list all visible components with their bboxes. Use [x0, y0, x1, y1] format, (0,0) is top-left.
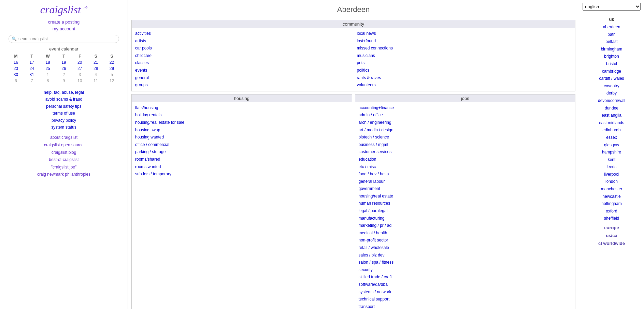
calendar-day[interactable]: 21: [88, 59, 104, 65]
search-input[interactable]: [18, 36, 116, 41]
calendar-day[interactable]: 10: [72, 78, 88, 84]
list-item[interactable]: musicians: [357, 52, 572, 60]
uk-city-link[interactable]: east midlands: [583, 119, 641, 127]
calendar-day[interactable]: 22: [104, 59, 120, 65]
list-item[interactable]: sales / biz dev: [359, 252, 572, 259]
sidebar-about-link[interactable]: "craigslist joe": [8, 164, 120, 171]
calendar-day[interactable]: 9: [56, 78, 72, 84]
list-item[interactable]: transport: [359, 303, 572, 309]
list-item[interactable]: volunteers: [357, 82, 572, 89]
uk-city-link[interactable]: devon/cornwall: [583, 97, 641, 105]
sidebar-about-link[interactable]: best-of-craigslist: [8, 156, 120, 164]
uk-city-link[interactable]: essex: [583, 134, 641, 142]
sidebar-link[interactable]: help, faq, abuse, legal: [8, 89, 120, 96]
list-item[interactable]: biotech / science: [359, 134, 572, 141]
list-item[interactable]: accounting+finance: [359, 104, 572, 112]
list-item[interactable]: software/qa/dba: [359, 281, 572, 289]
calendar-day[interactable]: 16: [8, 59, 24, 65]
calendar-day[interactable]: 7: [24, 78, 40, 84]
uk-city-link[interactable]: dundee: [583, 105, 641, 112]
calendar-day[interactable]: 4: [88, 72, 104, 78]
list-item[interactable]: business / mgmt: [359, 141, 572, 149]
calendar-day[interactable]: 25: [40, 65, 56, 72]
list-item[interactable]: pets: [357, 59, 572, 67]
list-item[interactable]: etc / misc: [359, 163, 572, 171]
list-item[interactable]: politics: [357, 67, 572, 74]
list-item[interactable]: rants & raves: [357, 74, 572, 82]
sidebar-link[interactable]: system status: [8, 124, 120, 131]
list-item[interactable]: non-profit sector: [359, 237, 572, 244]
uk-city-link[interactable]: bristol: [583, 60, 641, 68]
list-item[interactable]: food / bev / hosp: [359, 171, 572, 178]
calendar-day[interactable]: 5: [104, 72, 120, 78]
sidebar-about-link[interactable]: craigslist open source: [8, 142, 120, 149]
uk-city-link[interactable]: glasgow: [583, 142, 641, 149]
list-item[interactable]: groups: [135, 82, 350, 89]
uk-city-link[interactable]: nottingham: [583, 200, 641, 208]
list-item[interactable]: technical support: [359, 296, 572, 303]
uk-city-link[interactable]: belfast: [583, 38, 641, 46]
calendar-day[interactable]: 27: [72, 65, 88, 72]
uk-city-link[interactable]: birmingham: [583, 46, 641, 53]
calendar-day[interactable]: 1: [40, 72, 56, 78]
sidebar-link[interactable]: privacy policy: [8, 117, 120, 124]
my-account-anchor[interactable]: my account: [53, 26, 75, 31]
my-account-link[interactable]: my account: [5, 26, 123, 31]
list-item[interactable]: artists: [135, 38, 350, 45]
uk-city-link[interactable]: bath: [583, 31, 641, 39]
list-item[interactable]: housing/real estate for sale: [135, 119, 348, 127]
sidebar-link[interactable]: terms of use: [8, 110, 120, 117]
list-item[interactable]: housing swap: [135, 127, 348, 134]
uk-city-link[interactable]: kent: [583, 156, 641, 164]
list-item[interactable]: education: [359, 156, 572, 163]
uk-city-link[interactable]: derby: [583, 90, 641, 97]
list-item[interactable]: art / media / design: [359, 127, 572, 134]
list-item[interactable]: legal / paralegal: [359, 207, 572, 215]
list-item[interactable]: medical / health: [359, 230, 572, 237]
list-item[interactable]: salon / spa / fitness: [359, 259, 572, 266]
search-box[interactable]: 🔍: [9, 35, 119, 43]
list-item[interactable]: childcare: [135, 52, 350, 60]
uk-city-link[interactable]: leeds: [583, 163, 641, 171]
calendar-day[interactable]: 11: [88, 78, 104, 84]
sidebar-link[interactable]: personal safety tips: [8, 103, 120, 110]
list-item[interactable]: housing/real estate: [359, 193, 572, 200]
calendar-day[interactable]: 26: [56, 65, 72, 72]
list-item[interactable]: general labour: [359, 178, 572, 186]
calendar-day[interactable]: 23: [8, 65, 24, 72]
uk-city-link[interactable]: edinburgh: [583, 127, 641, 134]
list-item[interactable]: admin / office: [359, 112, 572, 119]
list-item[interactable]: lost+found: [357, 38, 572, 45]
uk-city-link[interactable]: newcastle: [583, 193, 641, 201]
sidebar-link[interactable]: avoid scams & fraud: [8, 96, 120, 103]
list-item[interactable]: manufacturing: [359, 215, 572, 222]
list-item[interactable]: retail / wholesale: [359, 244, 572, 252]
list-item[interactable]: holiday rentals: [135, 112, 348, 119]
uk-city-link[interactable]: brighton: [583, 53, 641, 60]
list-item[interactable]: activities: [135, 30, 350, 38]
list-item[interactable]: local news: [357, 30, 572, 38]
list-item[interactable]: missed connections: [357, 45, 572, 52]
list-item[interactable]: human resources: [359, 200, 572, 207]
uk-city-link[interactable]: london: [583, 178, 641, 186]
list-item[interactable]: government: [359, 185, 572, 193]
list-item[interactable]: car pools: [135, 45, 350, 52]
calendar-day[interactable]: 8: [40, 78, 56, 84]
europe-header[interactable]: europe: [583, 225, 641, 230]
uk-city-link[interactable]: coventry: [583, 83, 641, 90]
clworldwide-header[interactable]: cl worldwide: [583, 241, 641, 246]
calendar-day[interactable]: 18: [40, 59, 56, 65]
list-item[interactable]: classes: [135, 59, 350, 67]
uk-city-link[interactable]: hampshire: [583, 149, 641, 156]
calendar-day[interactable]: 2: [56, 72, 72, 78]
list-item[interactable]: arch / engineering: [359, 119, 572, 127]
sidebar-about-link[interactable]: craigslist blog: [8, 149, 120, 157]
calendar-day[interactable]: 28: [88, 65, 104, 72]
uk-city-link[interactable]: liverpool: [583, 171, 641, 178]
list-item[interactable]: flats/housing: [135, 104, 348, 112]
calendar-day[interactable]: 17: [24, 59, 40, 65]
uk-city-link[interactable]: manchester: [583, 186, 641, 193]
list-item[interactable]: rooms/shared: [135, 156, 348, 163]
calendar-day[interactable]: 20: [72, 59, 88, 65]
uk-city-link[interactable]: cardiff / wales: [583, 75, 641, 83]
